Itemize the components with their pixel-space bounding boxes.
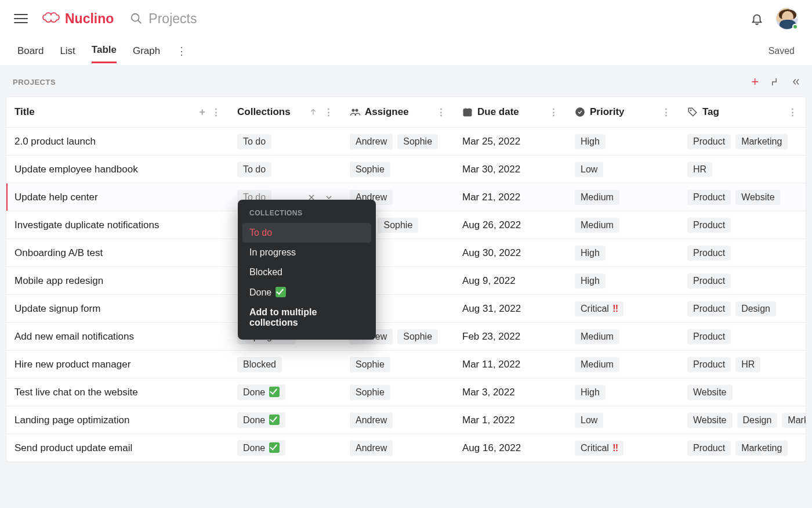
table-row[interactable]: Mobile app redesignewAug 9, 2022HighProd…	[6, 266, 806, 294]
app-logo[interactable]: Nuclino	[42, 11, 114, 27]
chip[interactable]: Website	[687, 413, 733, 428]
due-date[interactable]: Aug 26, 2022	[462, 219, 521, 231]
chip[interactable]: HR	[735, 357, 760, 372]
chip[interactable]: Sophie	[350, 385, 390, 400]
chip[interactable]: Product	[687, 357, 731, 372]
collections-dropdown[interactable]: COLLECTIONS To doIn progressBlockedDone …	[238, 200, 376, 340]
search[interactable]	[130, 11, 751, 27]
due-date[interactable]: Mar 3, 2022	[462, 387, 515, 398]
due-column-menu[interactable]: ⋮	[549, 106, 559, 118]
col-assignee[interactable]: Assignee	[365, 106, 409, 118]
col-due[interactable]: Due date	[477, 106, 519, 118]
chip[interactable]: Medium	[575, 190, 619, 205]
chip[interactable]: Sophie	[397, 329, 438, 344]
sort-asc-icon[interactable]	[309, 107, 318, 117]
chip[interactable]: Product	[687, 329, 731, 344]
chip[interactable]: To do	[237, 162, 271, 177]
row-title[interactable]: Investigate duplicate notifications	[14, 219, 160, 231]
menu-toggle[interactable]	[14, 12, 28, 26]
bell-icon[interactable]	[751, 12, 763, 25]
tab-table[interactable]: Table	[92, 38, 117, 63]
table-row[interactable]: Test live chat on the websiteDone Sophie…	[6, 378, 806, 406]
chip[interactable]: Sophie	[397, 134, 438, 149]
chip[interactable]: High	[575, 134, 606, 149]
assignee-column-menu[interactable]: ⋮	[436, 106, 446, 118]
due-date[interactable]: Mar 21, 2022	[462, 192, 520, 203]
table-row[interactable]: 2.0 product launchTo doAndrewSophieMar 2…	[6, 127, 806, 155]
chip[interactable]: Product	[687, 218, 731, 233]
priority-column-menu[interactable]: ⋮	[661, 106, 671, 118]
table-row[interactable]: Update signup formieAug 31, 2022Critical…	[6, 294, 806, 322]
row-title[interactable]: Update signup form	[14, 303, 100, 315]
chip[interactable]: Product	[687, 190, 731, 205]
dropdown-option[interactable]: Blocked	[242, 262, 371, 282]
chip[interactable]: High	[575, 246, 606, 261]
col-priority[interactable]: Priority	[590, 106, 625, 118]
table-row[interactable]: Update employee handbookTo doSophieMar 3…	[6, 155, 806, 183]
view-more-menu[interactable]: ⋮	[176, 45, 187, 57]
chip[interactable]: Andrew	[350, 134, 393, 149]
chip[interactable]: High	[575, 385, 606, 400]
due-date[interactable]: Mar 25, 2022	[462, 136, 520, 147]
row-title[interactable]: Update help center	[14, 192, 98, 203]
due-date[interactable]: Aug 30, 2022	[462, 247, 521, 259]
due-date[interactable]: Mar 11, 2022	[462, 359, 520, 370]
chip[interactable]: Blocked	[237, 357, 282, 372]
tab-board[interactable]: Board	[17, 39, 44, 63]
chip[interactable]: Medium	[575, 218, 619, 233]
chip[interactable]: Website	[687, 385, 733, 400]
chip[interactable]: Low	[575, 413, 603, 428]
table-row[interactable]: Investigate duplicate notificationsewSop…	[6, 211, 806, 239]
row-title[interactable]: Test live chat on the website	[14, 387, 138, 398]
chip[interactable]: Sophie	[350, 162, 390, 177]
tab-graph[interactable]: Graph	[133, 39, 160, 63]
col-title[interactable]: Title	[14, 106, 35, 118]
chip[interactable]: Sophie	[378, 218, 418, 233]
chip[interactable]: Product	[687, 246, 731, 261]
table-row[interactable]: Hire new product managerBlockedSophieMar…	[6, 350, 806, 378]
title-column-menu[interactable]: ⋮	[211, 106, 221, 118]
col-collections[interactable]: Collections	[237, 106, 291, 118]
chip[interactable]: Marketing	[735, 134, 788, 149]
row-title[interactable]: Mobile app redesign	[14, 275, 103, 287]
table-row[interactable]: Update help centerTo doAndrewMar 21, 202…	[6, 183, 806, 211]
chip[interactable]: To do	[237, 134, 271, 149]
row-title[interactable]: Hire new product manager	[14, 359, 130, 370]
row-title[interactable]: Landing page optimization	[14, 415, 129, 426]
dropdown-add-multiple[interactable]: Add to multiple collections	[242, 302, 371, 333]
chip[interactable]: Product	[687, 441, 731, 456]
chip[interactable]: Medium	[575, 357, 619, 372]
tab-list[interactable]: List	[60, 39, 75, 63]
table-row[interactable]: Send product update emailDone AndrewAug …	[6, 434, 806, 462]
dropdown-option[interactable]: In progress	[242, 243, 371, 262]
tag-column-menu[interactable]: ⋮	[788, 106, 798, 118]
add-column-icon[interactable]: +	[199, 106, 205, 118]
chip[interactable]: Critical !!	[575, 301, 624, 316]
chip[interactable]: Low	[575, 162, 603, 177]
chip[interactable]: Sophie	[350, 357, 390, 372]
chip[interactable]: Andrew	[350, 413, 393, 428]
chip[interactable]: Done	[237, 412, 285, 428]
table-row[interactable]: Landing page optimizationDone AndrewMar …	[6, 406, 806, 434]
collections-column-menu[interactable]: ⋮	[324, 106, 334, 118]
chip[interactable]: Design	[737, 413, 778, 428]
row-title[interactable]: Onboarding A/B test	[14, 247, 103, 259]
chip[interactable]: Website	[735, 190, 781, 205]
due-date[interactable]: Feb 23, 2022	[462, 331, 520, 343]
dropdown-option[interactable]: Done	[242, 282, 371, 302]
chip[interactable]: Product	[687, 273, 731, 289]
chip[interactable]: Mark	[782, 413, 806, 428]
chip[interactable]: Andrew	[350, 441, 393, 456]
due-date[interactable]: Aug 31, 2022	[462, 303, 521, 315]
chip[interactable]: Product	[687, 134, 731, 149]
due-date[interactable]: Mar 30, 2022	[462, 164, 520, 175]
row-title[interactable]: 2.0 product launch	[14, 136, 96, 147]
user-avatar[interactable]	[776, 8, 798, 30]
chip[interactable]: HR	[687, 162, 712, 177]
dropdown-option[interactable]: To do	[242, 223, 371, 243]
table-row[interactable]: Onboarding A/B testieAug 30, 2022HighPro…	[6, 239, 806, 266]
add-item-button[interactable]: +	[751, 74, 759, 89]
chip[interactable]: Product	[687, 301, 731, 316]
row-title[interactable]: Add new email notifications	[14, 331, 134, 343]
table-row[interactable]: Add new email notificationsIn progressAn…	[6, 322, 806, 350]
